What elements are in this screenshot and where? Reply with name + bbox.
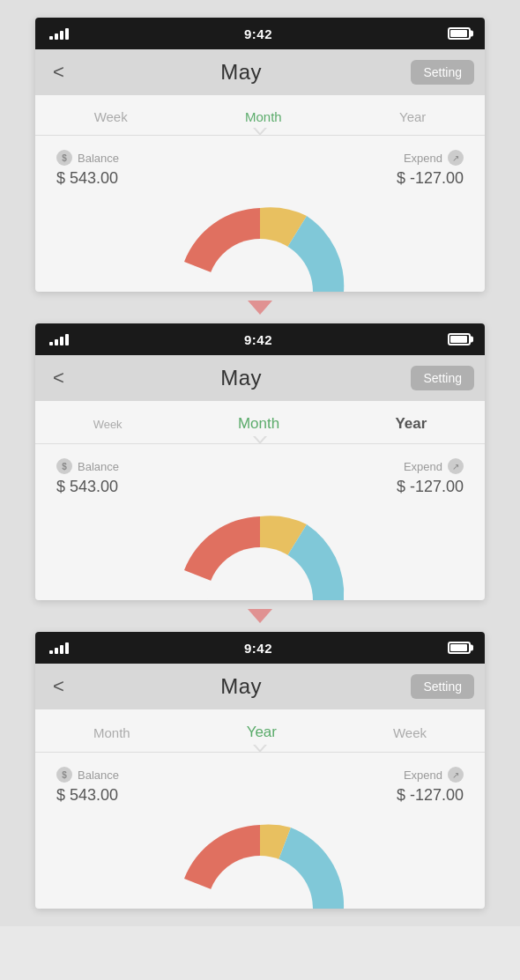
expend-label-2: Expend ↗ xyxy=(404,458,464,474)
tab-week-2[interactable]: Week xyxy=(79,414,137,438)
app-card-3: 9:42 < May Setting Month Year Week xyxy=(35,632,485,909)
battery-icon-1 xyxy=(448,27,471,40)
status-time-2: 9:42 xyxy=(244,332,272,347)
signal-bar-4 xyxy=(65,28,69,40)
signal-bars-3 xyxy=(49,642,69,654)
arrow-divider-1 xyxy=(248,292,272,323)
signal-bar-3-2 xyxy=(55,648,58,654)
balance-label-1: $ Balance xyxy=(56,150,119,166)
nav-bar-2: < May Setting xyxy=(35,355,485,401)
expend-label-1: Expend ↗ xyxy=(404,150,464,166)
balance-left-2: $ Balance $ 543.00 xyxy=(56,458,119,496)
balance-section-2: $ Balance $ 543.00 Expend ↗ $ -127.00 xyxy=(35,444,485,503)
battery-fill-1 xyxy=(450,30,467,37)
signal-bar-2 xyxy=(55,33,58,40)
balance-amount-2: $ 543.00 xyxy=(56,478,119,496)
balance-label-2: $ Balance xyxy=(56,458,119,474)
status-bar-1: 9:42 xyxy=(35,18,485,49)
tab-month-3[interactable]: Month xyxy=(79,722,145,747)
balance-section-3: $ Balance $ 543.00 Expend ↗ $ -127.00 xyxy=(35,753,485,812)
nav-title-3: May xyxy=(220,674,262,699)
battery-icon-2 xyxy=(448,333,471,345)
balance-right-1: Expend ↗ $ -127.00 xyxy=(397,150,464,188)
signal-bar-2-3 xyxy=(60,337,63,345)
balance-label-text-2: Balance xyxy=(78,460,119,473)
arrow-down-1 xyxy=(248,301,272,315)
app-card-1: 9:42 < May Setting Week Month Year xyxy=(35,18,485,292)
donut-chart-2 xyxy=(163,503,357,600)
nav-title-2: May xyxy=(220,366,262,390)
balance-right-2: Expend ↗ $ -127.00 xyxy=(397,458,464,496)
nav-title-1: May xyxy=(220,60,262,85)
expend-label-3: Expend ↗ xyxy=(404,767,464,783)
signal-bar-2-1 xyxy=(49,342,53,345)
app-card-2: 9:42 < May Setting Week Month Year xyxy=(35,323,485,600)
battery-icon-3 xyxy=(448,642,471,654)
signal-bars xyxy=(49,27,69,40)
tab-week-1[interactable]: Week xyxy=(80,106,142,131)
tab-week-3[interactable]: Week xyxy=(379,722,441,747)
expend-icon-1: ↗ xyxy=(448,150,464,166)
setting-button-1[interactable]: Setting xyxy=(411,60,474,85)
tab-bar-3: Month Year Week xyxy=(35,709,485,753)
arrow-down-2 xyxy=(248,609,272,623)
signal-bar-2-4 xyxy=(65,334,69,345)
main-container: 9:42 < May Setting Week Month Year xyxy=(0,0,520,926)
tab-year-1[interactable]: Year xyxy=(385,106,440,131)
donut-chart-1 xyxy=(163,195,357,292)
status-bar-3: 9:42 xyxy=(35,632,485,664)
expend-icon-2: ↗ xyxy=(448,458,464,474)
chart-area-1 xyxy=(35,195,485,292)
signal-bars-2 xyxy=(49,333,69,345)
balance-label-3: $ Balance xyxy=(56,767,119,783)
expend-label-text-1: Expend xyxy=(404,152,442,165)
signal-bar-2-2 xyxy=(55,339,58,345)
balance-amount-1: $ 543.00 xyxy=(56,169,119,188)
signal-bar-3 xyxy=(60,31,63,40)
back-button-2[interactable]: < xyxy=(46,365,71,391)
balance-right-3: Expend ↗ $ -127.00 xyxy=(397,767,464,805)
battery-fill-3 xyxy=(450,644,467,651)
nav-bar-1: < May Setting xyxy=(35,49,485,95)
expend-label-text-3: Expend xyxy=(404,768,442,782)
status-time-3: 9:42 xyxy=(244,641,272,656)
tab-year-2[interactable]: Year xyxy=(381,412,441,440)
balance-left-3: $ Balance $ 543.00 xyxy=(56,767,119,805)
tab-indicator-1 xyxy=(253,128,267,136)
tab-indicator-2 xyxy=(253,436,267,444)
signal-bar-3-3 xyxy=(60,645,63,654)
balance-icon-2: $ xyxy=(56,458,72,474)
balance-section-1: $ Balance $ 543.00 Expend ↗ $ -127.00 xyxy=(35,136,485,195)
tab-indicator-3 xyxy=(253,745,267,753)
signal-bar-3-1 xyxy=(49,650,53,654)
status-time-1: 9:42 xyxy=(244,26,272,41)
back-button-1[interactable]: < xyxy=(46,59,71,85)
expend-amount-2: $ -127.00 xyxy=(397,478,464,496)
screen-3-wrapper: 9:42 < May Setting Month Year Week xyxy=(35,632,485,909)
balance-icon-1: $ xyxy=(56,150,72,166)
expend-label-text-2: Expend xyxy=(404,460,442,473)
nav-bar-3: < May Setting xyxy=(35,664,485,709)
signal-bar-1 xyxy=(49,36,53,40)
status-bar-2: 9:42 xyxy=(35,323,485,355)
battery-fill-2 xyxy=(450,336,467,343)
balance-amount-3: $ 543.00 xyxy=(56,786,119,805)
screen-1-wrapper: 9:42 < May Setting Week Month Year xyxy=(35,18,485,292)
balance-label-text-1: Balance xyxy=(78,152,119,165)
chart-area-3 xyxy=(35,812,485,909)
back-button-3[interactable]: < xyxy=(46,673,71,700)
donut-chart-3 xyxy=(163,812,357,909)
chart-area-2 xyxy=(35,503,485,600)
balance-label-text-3: Balance xyxy=(78,768,119,782)
expend-amount-3: $ -127.00 xyxy=(397,786,464,805)
balance-icon-3: $ xyxy=(56,767,72,783)
setting-button-2[interactable]: Setting xyxy=(411,366,474,390)
setting-button-3[interactable]: Setting xyxy=(411,674,474,699)
arrow-divider-2 xyxy=(248,600,272,632)
tab-bar-1: Week Month Year xyxy=(35,95,485,136)
screen-2-wrapper: 9:42 < May Setting Week Month Year xyxy=(35,323,485,600)
tab-bar-2: Week Month Year xyxy=(35,401,485,444)
expend-amount-1: $ -127.00 xyxy=(397,169,464,188)
balance-left-1: $ Balance $ 543.00 xyxy=(56,150,119,188)
signal-bar-3-4 xyxy=(65,642,69,654)
